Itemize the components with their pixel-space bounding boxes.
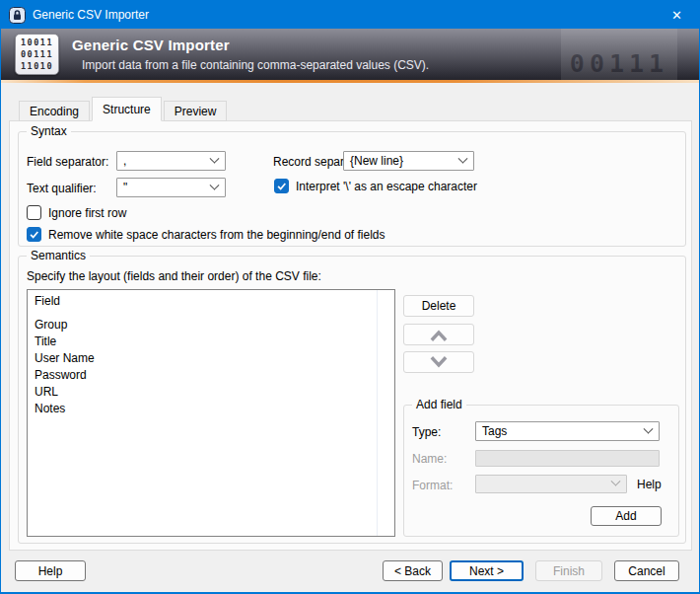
name-field <box>475 450 660 467</box>
trim-whitespace-label: Remove white space characters from the b… <box>48 228 385 242</box>
chevron-down-icon <box>210 180 220 189</box>
name-label: Name: <box>412 452 447 466</box>
trim-whitespace-checkbox[interactable]: Remove white space characters from the b… <box>27 227 385 242</box>
escape-char-label: Interpret '\' as an escape character <box>296 180 477 193</box>
csv-importer-dialog: Generic CSV Importer ✕ 00111 10011 00111… <box>0 0 700 594</box>
field-list-rows: GroupTitleUser NamePasswordURLNotes <box>28 312 394 416</box>
list-item[interactable]: URL <box>28 383 394 400</box>
escape-char-checkbox[interactable]: Interpret '\' as an escape character <box>274 179 477 193</box>
move-up-icon <box>429 329 449 341</box>
checkbox-icon <box>27 205 41 220</box>
list-item[interactable]: User Name <box>28 349 394 366</box>
banner: 00111 10011 00111 11010 Generic CSV Impo… <box>1 29 699 80</box>
keepass-lock-icon <box>9 7 26 24</box>
icon-line: 10011 <box>21 37 58 48</box>
add-field-group-label: Add field <box>412 398 466 411</box>
field-list[interactable]: Field GroupTitleUser NamePasswordURLNote… <box>27 289 395 537</box>
tab-encoding[interactable]: Encoding <box>19 101 90 121</box>
help-button[interactable]: Help <box>15 560 86 581</box>
syntax-group-label: Syntax <box>27 124 71 138</box>
field-column-header[interactable]: Field <box>28 290 394 312</box>
format-select <box>475 475 627 493</box>
checkbox-icon <box>27 227 41 242</box>
banner-title: Generic CSV Importer <box>72 37 230 53</box>
add-button-label: Add <box>615 509 636 523</box>
window-title: Generic CSV Importer <box>33 8 149 22</box>
next-button-label: Next > <box>469 564 504 578</box>
cancel-button-label: Cancel <box>628 564 665 578</box>
record-separator-value: {New line} <box>350 154 403 168</box>
text-qualifier-select[interactable]: " <box>116 178 226 197</box>
move-down-icon <box>429 356 449 369</box>
field-separator-select[interactable]: , <box>116 151 226 171</box>
help-button-label: Help <box>38 564 63 578</box>
semantics-group: Semantics Specify the layout (fields and… <box>18 256 686 544</box>
list-item[interactable]: Password <box>28 366 394 383</box>
tab-bar: Encoding Structure Preview <box>19 97 229 121</box>
csv-file-icon: 10011 00111 11010 <box>15 34 59 75</box>
format-label: Format: <box>412 479 453 492</box>
list-item[interactable]: Group <box>28 316 394 333</box>
list-item[interactable]: Notes <box>28 400 394 416</box>
close-icon[interactable]: ✕ <box>655 1 699 29</box>
type-value: Tags <box>482 424 507 438</box>
banner-subtitle: Import data from a file containing comma… <box>82 58 429 72</box>
syntax-group: Syntax Field separator: , Record separat… <box>18 131 686 247</box>
tab-structure[interactable]: Structure <box>92 97 162 121</box>
banner-watermark: 00111 <box>561 29 677 80</box>
text-qualifier-value: " <box>123 181 127 194</box>
back-button[interactable]: < Back <box>383 560 443 581</box>
cancel-button[interactable]: Cancel <box>614 560 679 581</box>
finish-button-label: Finish <box>553 564 585 578</box>
add-field-group: Add field Type: Tags Name: Format: Help <box>403 405 679 537</box>
move-up-button[interactable] <box>403 324 474 345</box>
format-help-link[interactable]: Help <box>637 478 662 491</box>
finish-button: Finish <box>535 560 602 581</box>
add-button[interactable]: Add <box>591 506 662 526</box>
chevron-down-icon <box>458 153 468 163</box>
structure-tab-page: Syntax Field separator: , Record separat… <box>9 120 692 551</box>
checkbox-icon <box>274 179 289 193</box>
move-down-button[interactable] <box>403 351 474 373</box>
ignore-first-row-checkbox[interactable]: Ignore first row <box>27 205 126 220</box>
titlebar: Generic CSV Importer ✕ <box>1 1 699 29</box>
text-qualifier-label: Text qualifier: <box>27 182 97 195</box>
ignore-first-row-label: Ignore first row <box>48 206 126 220</box>
next-button[interactable]: Next > <box>450 560 524 581</box>
delete-button-label: Delete <box>422 299 456 313</box>
type-label: Type: <box>412 425 441 439</box>
chevron-down-icon <box>644 423 654 433</box>
dialog-content: Encoding Structure Preview Syntax Field … <box>1 83 699 593</box>
record-separator-select[interactable]: {New line} <box>343 151 474 171</box>
layout-instruction: Specify the layout (fields and their ord… <box>27 269 321 283</box>
tab-preview[interactable]: Preview <box>164 101 228 121</box>
type-select[interactable]: Tags <box>475 421 660 441</box>
back-button-label: < Back <box>394 564 431 578</box>
chevron-down-icon <box>210 153 220 163</box>
chevron-down-icon <box>611 477 621 486</box>
field-separator-label: Field separator: <box>27 155 108 169</box>
icon-line: 11010 <box>21 61 58 72</box>
delete-button[interactable]: Delete <box>403 295 474 317</box>
semantics-group-label: Semantics <box>27 249 90 262</box>
column-separator <box>377 290 378 536</box>
field-separator-value: , <box>123 154 126 168</box>
icon-line: 00111 <box>21 49 58 60</box>
list-item[interactable]: Title <box>28 333 394 349</box>
